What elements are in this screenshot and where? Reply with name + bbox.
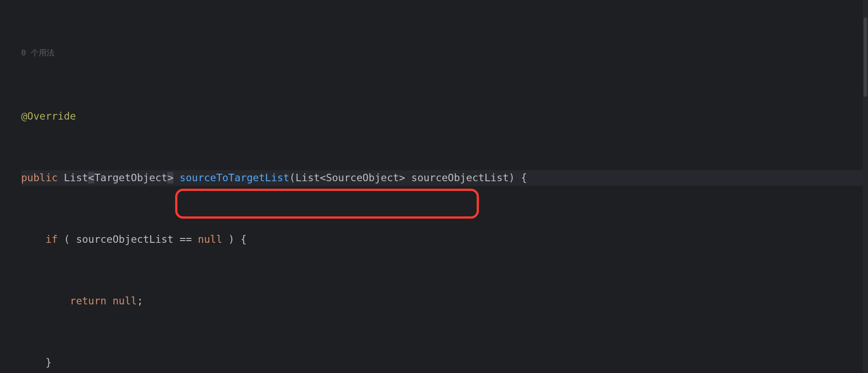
keyword-token: null <box>107 295 137 307</box>
scrollbar-thumb[interactable] <box>864 18 867 97</box>
method-name-token: sourceToTargetList <box>180 172 289 183</box>
punct-token: ; <box>137 295 143 307</box>
keyword-token: null <box>198 234 222 245</box>
editor-scrollbar[interactable] <box>863 0 868 373</box>
punct-token: ( sourceObjectList == <box>58 234 198 245</box>
type-token: TargetObject <box>94 172 167 183</box>
type-token: List <box>64 172 88 183</box>
code-line[interactable]: if ( sourceObjectList == null ) { <box>21 232 868 247</box>
punct-token: (List<SourceObject> sourceObjectList) { <box>289 172 527 183</box>
punct-token: ) { <box>222 234 246 245</box>
code-line[interactable]: 0 个用法 <box>21 47 868 62</box>
usages-hint: 0 个用法 <box>21 48 55 57</box>
punct-token: > <box>167 172 173 183</box>
code-line[interactable]: @Override <box>21 109 868 124</box>
punct-token: < <box>88 172 94 183</box>
punct-token: } <box>45 357 51 368</box>
punct-token <box>173 172 180 183</box>
code-line[interactable]: } <box>21 355 868 370</box>
code-editor[interactable]: 0 个用法 @Override public List<TargetObject… <box>0 0 868 373</box>
keyword-token: public <box>21 172 58 183</box>
code-line[interactable]: public List<TargetObject> sourceToTarget… <box>21 170 868 186</box>
keyword-token: return <box>70 295 107 307</box>
code-line[interactable]: return null; <box>21 293 868 309</box>
punct-token <box>58 172 64 183</box>
annotation-token: @Override <box>21 110 76 122</box>
keyword-token: if <box>45 234 58 245</box>
